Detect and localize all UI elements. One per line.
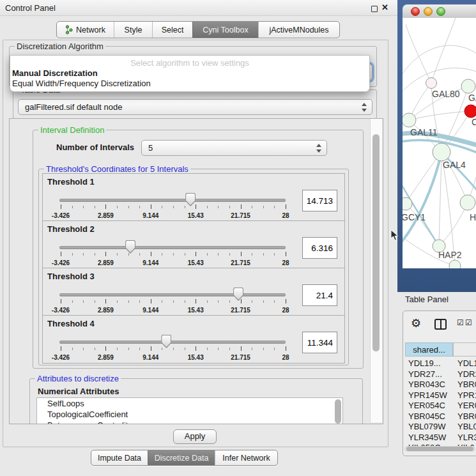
slider-track[interactable] [59, 341, 286, 344]
algorithm-dropdown-popup: Select algorithm to view settings Manual… [10, 55, 370, 92]
table-row[interactable]: YDR27...YDR2... [403, 369, 476, 380]
threshold-3-value-field[interactable] [302, 284, 337, 306]
split-columns-icon[interactable] [434, 319, 447, 330]
thresholds-group: Threshold's Coordinates for 5 Intervals … [38, 169, 349, 365]
settings-scrollbar[interactable] [370, 119, 382, 422]
table-cell[interactable]: YPR1... [457, 390, 476, 401]
table-cell[interactable]: YER054C [408, 401, 445, 411]
list-item[interactable]: BetweennessCentrality [37, 420, 342, 424]
node-gal80[interactable] [426, 78, 437, 89]
list-scrollbar[interactable] [335, 399, 341, 424]
column-header-shared-name[interactable]: shared... [405, 342, 453, 357]
table-cell[interactable]: YBR0... [457, 411, 476, 422]
zoom-traffic-light-icon[interactable] [436, 7, 445, 16]
number-of-intervals-value: 5 [148, 143, 153, 153]
table-data-combobox-value: galFiltered.sif default node [25, 102, 122, 112]
column-header-name[interactable]: na [453, 342, 476, 357]
node-label-gal4: GAL4 [443, 160, 466, 170]
tab-style[interactable]: Style [114, 22, 152, 38]
menu-item-manual-discretization[interactable]: Manual Discretization [12, 68, 98, 78]
tab-cyni-toolbox[interactable]: Cyni Toolbox [192, 22, 258, 38]
attributes-group: Attributes to discretize Numerical Attri… [29, 378, 363, 424]
close-traffic-light-icon[interactable] [411, 7, 420, 16]
table-row[interactable]: YPR145WYPR1... [403, 390, 476, 401]
table-row[interactable]: YBR043CYBR0... [403, 380, 476, 390]
list-item[interactable]: SelfLoops [37, 398, 342, 409]
slider-thumb[interactable] [161, 335, 171, 348]
slider-thumb[interactable] [125, 240, 135, 254]
tab-network[interactable]: Network [57, 22, 114, 38]
node-top-right[interactable] [461, 79, 475, 93]
numerical-attributes-list[interactable]: SelfLoopsTopologicalCoefficientBetweenne… [36, 397, 343, 424]
tab-jactivemnodules[interactable]: jActiveMNodules [258, 22, 339, 38]
slider-thumb[interactable] [185, 193, 196, 206]
threshold-4-value-field[interactable] [302, 332, 337, 353]
threshold-2-value-field[interactable] [302, 237, 337, 259]
minimize-traffic-light-icon[interactable] [424, 7, 433, 16]
tab-infer-network[interactable]: Infer Network [215, 450, 277, 465]
node-gal11[interactable] [403, 113, 416, 127]
tab-select[interactable]: Select [152, 22, 192, 38]
table-cell[interactable]: YDR27... [408, 369, 442, 380]
tab-discretize-data[interactable]: Discretize Data [148, 450, 215, 465]
node-gcy1[interactable] [403, 197, 412, 210]
close-icon[interactable]: ✕ [381, 3, 388, 12]
table-row[interactable]: YER054CYER0... [403, 401, 476, 411]
table-cell[interactable]: YDL19... [408, 358, 441, 369]
threshold-1-panel: Threshold 1 -3.4262.8599.14415.4321.7152… [42, 173, 345, 222]
network-canvas[interactable]: GAL80 GAL11 GAL4 GCY1 HAP2 H GA C [403, 18, 476, 268]
slider-track[interactable] [59, 246, 286, 249]
table-cell[interactable]: YDL1... [457, 358, 476, 369]
settings-scrollbar-thumb[interactable] [372, 134, 380, 351]
table-cell[interactable]: YDR2... [457, 369, 476, 380]
numerical-attributes-label: Numerical Attributes [38, 387, 119, 396]
table-cell[interactable]: YLR3... [457, 433, 476, 443]
checkbox-icon[interactable]: ☑ [465, 318, 472, 327]
table-cell[interactable]: YBR043C [408, 380, 445, 390]
network-window-titlebar[interactable] [403, 4, 476, 19]
table-cell[interactable]: YBL0... [457, 422, 476, 433]
node-red-selected[interactable] [464, 105, 476, 118]
threshold-3-slider[interactable]: -3.4262.8599.14415.4321.71528 [43, 268, 344, 316]
node-label-hap2: HAP2 [438, 250, 462, 260]
float-window-icon[interactable] [371, 6, 378, 12]
table-cell[interactable]: YBR045C [408, 411, 445, 422]
table-cell[interactable]: YBL079W [408, 422, 446, 433]
node-label-c-partial: C [472, 117, 476, 127]
node-gal4[interactable] [433, 143, 450, 161]
table-cell[interactable]: YLR345W [408, 433, 446, 443]
threshold-2-panel: Threshold 2 -3.4262.8599.14415.4321.7152… [42, 220, 345, 269]
discretization-algorithm-group-title: Discretization Algorithm [15, 42, 105, 51]
threshold-4-slider[interactable]: -3.4262.8599.14415.4321.71528 [43, 316, 344, 363]
threshold-2-slider[interactable]: -3.4262.8599.14415.4321.71528 [43, 221, 344, 268]
table-data-group: Table Data galFiltered.sif default node [13, 89, 377, 119]
control-panel-tabbar: Network Style Select Cyni Toolbox jActiv… [56, 21, 340, 38]
table-row[interactable]: YBR045CYBR0... [403, 411, 476, 422]
threshold-1-value-field[interactable] [302, 190, 337, 211]
table-cell[interactable]: YER0... [457, 401, 476, 411]
node-bottom[interactable] [449, 260, 461, 268]
node-h[interactable] [460, 195, 475, 210]
control-panel-title: Control Panel [5, 3, 56, 13]
slider-thumb[interactable] [233, 288, 243, 301]
table-row[interactable]: YBL079WYBL0... [403, 422, 476, 433]
table-cell[interactable]: YBR0... [457, 380, 476, 390]
table-row[interactable]: YLR345WYLR3... [403, 433, 476, 443]
apply-button[interactable]: Apply [173, 429, 217, 444]
table-hscrollbar[interactable] [404, 446, 475, 452]
threshold-3-panel: Threshold 3 -3.4262.8599.14415.4321.7152… [42, 268, 345, 316]
gear-icon[interactable]: ⚙ [411, 318, 421, 329]
tab-impute-data[interactable]: Impute Data [91, 450, 148, 465]
slider-track[interactable] [59, 293, 286, 296]
slider-track[interactable] [59, 199, 286, 202]
checkbox-icon[interactable]: ☑ [457, 318, 464, 327]
list-item[interactable]: TopologicalCoefficient [37, 409, 342, 420]
table-row[interactable]: YDL19...YDL1... [403, 358, 476, 369]
table-hscrollbar-thumb[interactable] [406, 447, 473, 451]
threshold-1-slider[interactable]: -3.4262.8599.14415.4321.71528 [43, 174, 344, 221]
menu-item-equal-width-frequency[interactable]: Equal Width/Frequency Discretization [12, 79, 151, 88]
table-cell[interactable]: YPR145W [408, 390, 447, 401]
table-panel-title: Table Panel [405, 295, 449, 304]
table-data-combobox[interactable]: galFiltered.sif default node [18, 99, 372, 115]
number-of-intervals-combobox[interactable]: 5 [141, 140, 327, 156]
